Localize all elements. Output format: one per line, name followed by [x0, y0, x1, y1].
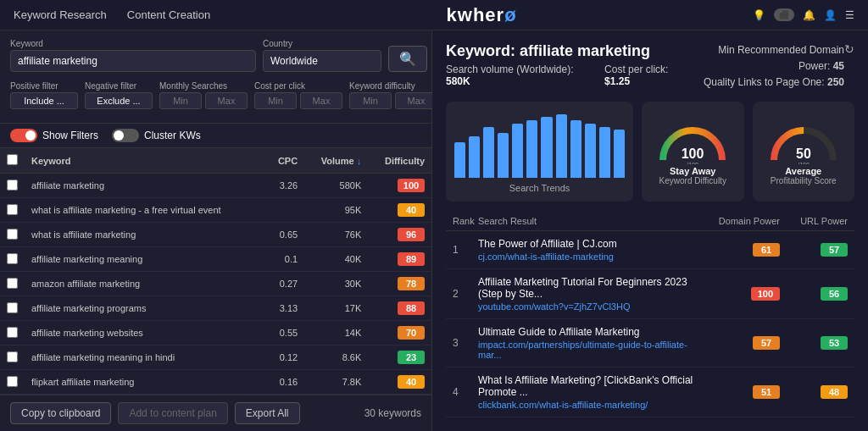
- row-checkbox[interactable]: [7, 204, 18, 215]
- toggle-knob: [25, 130, 36, 141]
- header: Keyword Research Content Creation kwherø…: [0, 0, 868, 30]
- min-domain-meta: Min Recommended Domain Power: 45: [687, 42, 844, 75]
- positive-filter-input[interactable]: [10, 92, 78, 109]
- row-checkbox[interactable]: [7, 278, 18, 289]
- serp-row: 2 Affiliate Marketing Tutorial For Begin…: [446, 269, 854, 319]
- table-row: affiliate marketing websites 0.55 14K 70: [0, 321, 431, 345]
- keyword-label: Keyword: [10, 39, 256, 48]
- bar: [570, 120, 581, 178]
- serp-url[interactable]: cj.com/what-is-affiliate-marketing: [478, 251, 704, 262]
- toggle-icon[interactable]: ⬛: [774, 8, 794, 21]
- kw-header: Keyword: affiliate marketing Search volu…: [446, 42, 854, 91]
- country-select[interactable]: Worldwide United States United Kingdom C…: [263, 50, 381, 72]
- cpc-filter-label: Cost per click: [254, 81, 342, 91]
- keyword-cell: what is affiliate marketing - a free vir…: [25, 198, 265, 223]
- cpc-min-input[interactable]: [254, 92, 297, 109]
- row-checkbox[interactable]: [7, 376, 18, 387]
- bar: [556, 114, 567, 178]
- volume-col-header[interactable]: Volume ↓: [304, 148, 368, 174]
- cpc-cell: [265, 198, 304, 223]
- keyword-col-header[interactable]: Keyword: [25, 148, 265, 174]
- volume-cell: 7.8K: [304, 370, 368, 395]
- charts-row: Search Trends 100 /: [446, 102, 854, 202]
- keyword-cell: affiliate marketing: [25, 174, 265, 198]
- row-checkbox[interactable]: [7, 253, 18, 264]
- table-row: what is affiliate marketing - a free vir…: [0, 198, 431, 223]
- bar-chart: [454, 110, 625, 178]
- select-all-checkbox[interactable]: [7, 154, 18, 165]
- row-checkbox[interactable]: [7, 327, 18, 338]
- serp-url[interactable]: clickbank.com/what-is-affiliate-marketin…: [478, 400, 704, 410]
- serp-row: 4 What Is Affiliate Marketing? [ClickBan…: [446, 367, 854, 417]
- show-filters-toggle[interactable]: [10, 129, 37, 142]
- url-power-cell: 56: [780, 287, 848, 301]
- lightbulb-icon: 💡: [753, 9, 765, 21]
- volume-cell: 14K: [304, 321, 368, 345]
- cpc-max-input[interactable]: [300, 92, 342, 109]
- serp-title: Ultimate Guide to Affiliate Marketing: [478, 326, 704, 338]
- serp-title: What Is Affiliate Marketing? [ClickBank'…: [478, 374, 704, 398]
- row-checkbox[interactable]: [7, 302, 18, 313]
- nav-keyword-research[interactable]: Keyword Research: [14, 8, 107, 21]
- row-checkbox[interactable]: [7, 180, 18, 191]
- export-all-button[interactable]: Export All: [235, 402, 300, 424]
- row-checkbox[interactable]: [7, 351, 18, 362]
- user-icon[interactable]: 👤: [824, 9, 837, 21]
- gauge-subtitle: Keyword Difficulty: [659, 176, 726, 185]
- svg-text:/100: /100: [687, 162, 698, 164]
- cluster-kws-toggle-group: Cluster KWs: [112, 129, 201, 142]
- difficulty-cell: 40: [368, 370, 431, 395]
- copy-clipboard-button[interactable]: Copy to clipboard: [10, 402, 111, 424]
- kw-meta: Search volume (Worldwide): 580K Cost per…: [446, 64, 687, 87]
- chart-label: Search Trends: [509, 183, 570, 193]
- bar: [454, 142, 465, 177]
- nav-content-creation[interactable]: Content Creation: [127, 8, 210, 21]
- search-row: Keyword Country Worldwide United States …: [10, 39, 421, 72]
- profitability-title: Average: [785, 166, 821, 176]
- header-icons: 💡 ⬛ 🔔 👤 ☰: [753, 8, 854, 21]
- difficulty-cell: 96: [368, 223, 431, 247]
- cpc-cell: 0.27: [265, 272, 304, 296]
- url-power-badge: 56: [821, 287, 848, 301]
- bar: [541, 117, 552, 177]
- keyword-cell: affiliate marketing programs: [25, 296, 265, 321]
- serp-url[interactable]: impact.com/partnerships/ultimate-guide-t…: [478, 340, 704, 360]
- keyword-cell: flipkart affiliate marketing: [25, 370, 265, 395]
- serp-url-header: URL Power: [780, 216, 848, 226]
- volume-cell: 95K: [304, 198, 368, 223]
- monthly-min-input[interactable]: [159, 92, 202, 109]
- search-button[interactable]: 🔍: [388, 46, 427, 72]
- domain-power-cell: 57: [704, 336, 780, 350]
- serp-content: What Is Affiliate Marketing? [ClickBank'…: [478, 374, 704, 410]
- serp-title: The Power of Affiliate | CJ.com: [478, 238, 704, 250]
- cpc-col-header[interactable]: CPC: [265, 148, 304, 174]
- refresh-button[interactable]: ↻: [844, 42, 854, 56]
- serp-rows: 1 The Power of Affiliate | CJ.com cj.com…: [446, 231, 854, 417]
- cpc-cell: 3.13: [265, 296, 304, 321]
- add-content-plan-button[interactable]: Add to content plan: [118, 402, 227, 424]
- serp-section: Rank Search Result Domain Power URL Powe…: [446, 212, 854, 419]
- kw-title: Keyword: affiliate marketing: [446, 42, 687, 60]
- row-checkbox[interactable]: [7, 229, 18, 240]
- difficulty-col-header[interactable]: Difficulty: [368, 148, 431, 174]
- cpc-cell: 0.1: [265, 247, 304, 272]
- difficulty-filter-label: Keyword difficulty: [349, 81, 437, 91]
- table-row: affiliate marketing meaning in hindi 0.1…: [0, 345, 431, 370]
- gauge-title: Stay Away: [670, 166, 715, 176]
- negative-filter-input[interactable]: [85, 92, 153, 109]
- monthly-label: Monthly Searches: [159, 81, 248, 91]
- monthly-max-input[interactable]: [205, 92, 248, 109]
- serp-rank: 3: [453, 337, 478, 349]
- menu-icon[interactable]: ☰: [845, 9, 854, 21]
- bell-icon[interactable]: 🔔: [803, 9, 815, 21]
- difficulty-badge: 40: [398, 375, 425, 389]
- keyword-input[interactable]: [10, 50, 256, 72]
- keyword-count: 30 keywords: [364, 407, 421, 419]
- difficulty-badge: 70: [398, 326, 425, 340]
- volume-cell: 580K: [304, 174, 368, 198]
- serp-url[interactable]: youtube.com/watch?v=ZjhZ7vCl3HQ: [478, 301, 704, 312]
- cluster-kws-toggle[interactable]: [112, 129, 139, 142]
- difficulty-max-input[interactable]: [395, 92, 437, 109]
- difficulty-min-input[interactable]: [349, 92, 392, 109]
- difficulty-filter-group: Keyword difficulty: [349, 81, 437, 109]
